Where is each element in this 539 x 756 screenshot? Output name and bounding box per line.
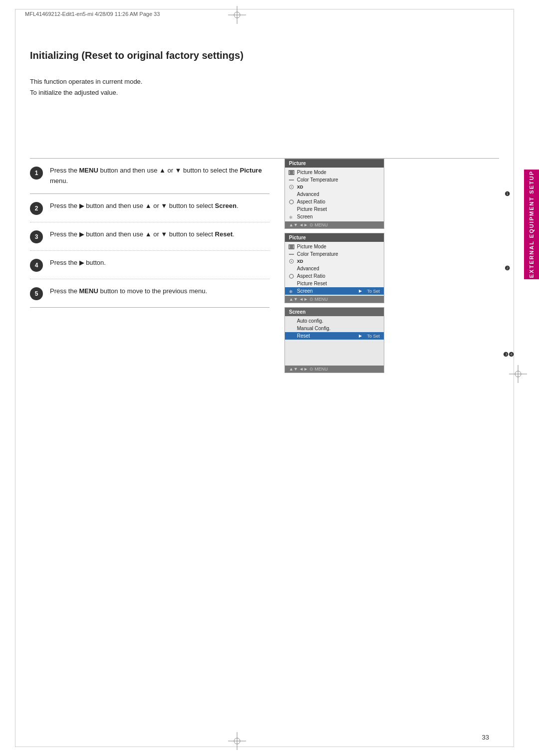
- step-5: 5 Press the MENU button to move to the p…: [30, 279, 270, 308]
- menu-item: Aspect Ratio: [285, 272, 384, 280]
- side-tab: EXTERNAL EQUIPMENT SETUP: [524, 170, 539, 279]
- menu-item: Picture Mode: [285, 169, 384, 176]
- svg-rect-12: [289, 180, 294, 181]
- step-4: 4 Press the ▶ button.: [30, 251, 270, 279]
- header-meta: MFL41469212-Edit1-en5-mi 4/28/09 11:26 A…: [25, 11, 160, 17]
- side-tab-text: EXTERNAL EQUIPMENT SETUP: [529, 171, 535, 278]
- svg-rect-20: [289, 254, 294, 255]
- badge-1: ❶: [505, 190, 510, 197]
- menu-item: Auto config.: [285, 317, 384, 325]
- badge-34: ❸❹: [503, 351, 514, 358]
- minus-icon-2: [288, 251, 295, 258]
- badge-2: ❷: [505, 265, 510, 272]
- steps-area: 1 Press the MENU button and then use ▲ o…: [30, 159, 499, 373]
- svg-text:❄: ❄: [289, 215, 293, 219]
- svg-text:❄: ❄: [289, 289, 293, 294]
- minus-icon: [288, 177, 295, 184]
- step-num-5: 5: [30, 287, 43, 300]
- menu-2-header: Picture: [285, 233, 384, 242]
- arrow-right-icon-2: ▶: [359, 334, 362, 338]
- menu-2-footer: ▲▼ ◄► ⊙ MENU: [285, 296, 384, 303]
- menu-item: Advanced: [285, 190, 384, 198]
- snowflake-icon: ❄: [288, 213, 295, 220]
- step-num-3: 3: [30, 230, 43, 243]
- menu-item: Picture Mode: [285, 243, 384, 250]
- menu-item-reset-highlighted: Reset ▶ To Set: [285, 332, 384, 340]
- step-3: 3 Press the ▶ button and then use ▲ or ▼…: [30, 222, 270, 251]
- crosshair-bottom-icon: [227, 731, 247, 751]
- svg-point-15: [289, 200, 293, 204]
- menu-item: Color Temperature: [285, 176, 384, 184]
- menu-spacer: [285, 340, 384, 365]
- svg-point-14: [291, 187, 292, 188]
- svg-rect-11: [293, 171, 294, 174]
- blank-icon-4: [288, 280, 295, 287]
- intro-text: This function operates in current mode. …: [30, 76, 499, 98]
- arrow-right-icon: ▶: [359, 289, 362, 293]
- steps-left: 1 Press the MENU button and then use ▲ o…: [30, 159, 270, 373]
- menu-item: Color Temperature: [285, 250, 384, 258]
- page-number: 33: [482, 734, 489, 741]
- step-1: 1 Press the MENU button and then use ▲ o…: [30, 159, 270, 194]
- svg-point-23: [289, 274, 293, 278]
- step-text-5: Press the MENU button to move to the pre…: [50, 286, 270, 297]
- to-set-label-2: To Set: [367, 334, 380, 339]
- menu-item: Aspect Ratio: [285, 198, 384, 205]
- menu-1-wrapper: Picture Picture Mode Color T: [284, 159, 499, 229]
- menu-item: XD: [285, 258, 384, 265]
- intro-line2: To initialize the adjusted value.: [30, 87, 499, 98]
- to-set-label: To Set: [367, 289, 380, 294]
- disc-icon: [288, 184, 295, 190]
- page-title: Initializing (Reset to original factory …: [30, 50, 499, 61]
- menu-3-items: Auto config. Manual Config. Reset ▶ To S…: [285, 316, 384, 366]
- blank-icon: [288, 191, 295, 198]
- step-text-4: Press the ▶ button.: [50, 258, 270, 268]
- menu-3-wrapper: Screen Auto config. Manual Config. Reset…: [284, 307, 499, 373]
- disc-icon-2: [288, 258, 295, 265]
- menu-item: Picture Reset: [285, 205, 384, 213]
- menu-item: Advanced: [285, 265, 384, 272]
- svg-rect-10: [289, 171, 290, 174]
- menu-2-items: Picture Mode Color Temperature: [285, 242, 384, 296]
- menu-1-header: Picture: [285, 159, 384, 168]
- step-2: 2 Press the ▶ button and then use ▲ or ▼…: [30, 194, 270, 222]
- menu-item-screen-highlighted: ❄ Screen ▶ To Set: [285, 287, 384, 295]
- menu-3-footer: ▲▼ ◄► ⊙ MENU: [285, 366, 384, 373]
- menu-item: ❄ Screen: [285, 213, 384, 220]
- blank-icon-3: [288, 265, 295, 272]
- menu-item: Manual Config.: [285, 325, 384, 332]
- svg-rect-18: [289, 245, 290, 248]
- film-icon: [288, 169, 295, 176]
- crosshair-right-icon: [508, 364, 528, 384]
- menu-1-footer: ▲▼ ◄► ⊙ MENU: [285, 221, 384, 228]
- step-num-1: 1: [30, 167, 43, 180]
- crosshair-top-icon: [227, 5, 247, 25]
- svg-point-22: [291, 261, 292, 262]
- circle-icon-2: [288, 273, 295, 280]
- circle-icon: [288, 198, 295, 205]
- menu-2: Picture Picture Mode Color T: [284, 233, 384, 303]
- steps-right: Picture Picture Mode Color T: [284, 159, 499, 373]
- menu-1: Picture Picture Mode Color T: [284, 159, 384, 229]
- menu-2-wrapper: Picture Picture Mode Color T: [284, 233, 499, 303]
- menu-item: Picture Reset: [285, 280, 384, 287]
- blank-icon2: [288, 206, 295, 213]
- main-content: Initializing (Reset to original factory …: [30, 30, 499, 373]
- menu-3-header: Screen: [285, 308, 384, 316]
- step-text-3: Press the ▶ button and then use ▲ or ▼ b…: [50, 229, 270, 240]
- menu-item: XD: [285, 184, 384, 190]
- intro-line1: This function operates in current mode.: [30, 76, 499, 87]
- step-text-1: Press the MENU button and then use ▲ or …: [50, 166, 270, 187]
- snowflake-icon-2: ❄: [288, 288, 295, 295]
- menu-3: Screen Auto config. Manual Config. Reset…: [284, 307, 384, 373]
- svg-rect-19: [293, 245, 294, 248]
- menu-1-items: Picture Mode Color Temperature: [285, 168, 384, 221]
- film-icon-2: [288, 243, 295, 250]
- step-text-2: Press the ▶ button and then use ▲ or ▼ b…: [50, 201, 270, 211]
- step-num-2: 2: [30, 202, 43, 215]
- step-num-4: 4: [30, 259, 43, 272]
